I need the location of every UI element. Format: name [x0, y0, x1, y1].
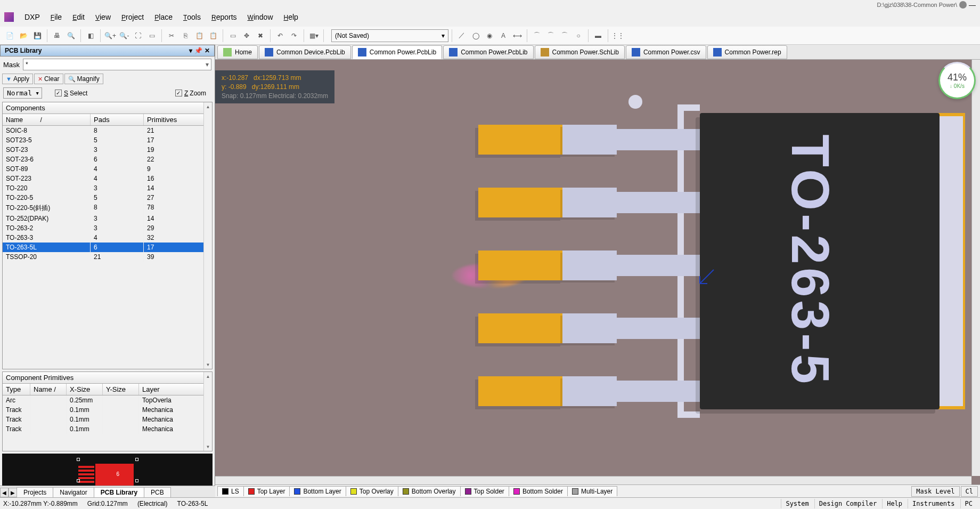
canvas-vscroll[interactable] — [971, 60, 980, 476]
left-tab-navigator[interactable]: Navigator — [53, 487, 94, 497]
arc2-icon[interactable]: ⌒ — [544, 29, 557, 42]
layer-tab[interactable]: Multi-Layer — [567, 486, 617, 496]
menu-edit[interactable]: Edit — [67, 11, 90, 23]
doc-tab[interactable]: Home — [217, 45, 258, 59]
component-row[interactable]: SOT-8949 — [3, 164, 212, 174]
status-button[interactable]: Instruments — [908, 499, 959, 508]
pad-icon[interactable]: ◯ — [469, 29, 482, 42]
layer-right-button[interactable]: Mask Level — [911, 486, 959, 497]
doc-tab[interactable]: Common Device.PcbLib — [259, 45, 351, 59]
circle-icon[interactable]: ○ — [572, 29, 585, 42]
component-row[interactable]: TO-252(DPAK)314 — [3, 214, 212, 223]
status-button[interactable]: Help — [882, 499, 907, 508]
status-button[interactable]: Design Compiler — [814, 499, 881, 508]
copy-icon[interactable]: ⎘ — [179, 29, 192, 42]
line-icon[interactable]: ／ — [455, 29, 468, 42]
layer-tab[interactable]: LS — [217, 486, 244, 496]
paste-special-icon[interactable]: 📋 — [207, 29, 219, 42]
primitives-scrollbar[interactable]: ▲▼ — [203, 372, 212, 451]
open-icon[interactable]: 📂 — [17, 29, 30, 42]
panel-close-icon[interactable]: ✕ — [205, 47, 210, 54]
clear-button[interactable]: ✕Clear — [34, 74, 63, 84]
zoom-out-icon[interactable]: 🔍- — [118, 29, 130, 42]
menu-dxp[interactable]: DXP — [19, 11, 45, 23]
component-row[interactable]: SOT-23319 — [3, 145, 212, 155]
arc1-icon[interactable]: ⌒ — [530, 29, 543, 42]
primitive-row[interactable]: Track0.1mmMechanica — [3, 415, 212, 424]
move-icon[interactable]: ✥ — [240, 29, 253, 42]
menu-project[interactable]: Project — [116, 11, 149, 23]
status-button[interactable]: PC — [960, 499, 977, 508]
tab-prev-icon[interactable]: ◀ — [0, 488, 9, 497]
grid-icon[interactable]: ▦▾ — [307, 29, 320, 42]
tab-next-icon[interactable]: ▶ — [9, 488, 17, 497]
component-row[interactable]: TSSOP-202139 — [3, 252, 212, 262]
save-state-combo[interactable]: (Not Saved)▾ — [331, 29, 448, 42]
fill-icon[interactable]: ▬ — [592, 29, 605, 42]
primitive-row[interactable]: Track0.1mmMechanica — [3, 405, 212, 415]
select-icon[interactable]: ▭ — [226, 29, 239, 42]
doc-tab[interactable]: Common Power.csv — [626, 45, 706, 59]
component-row[interactable]: SOT-23-6622 — [3, 155, 212, 164]
layer-right-button[interactable]: Cl — [961, 486, 978, 497]
redo-icon[interactable]: ↷ — [288, 29, 300, 42]
preview-icon[interactable]: 🔍 — [64, 29, 77, 42]
array-icon[interactable]: ⋮⋮ — [611, 29, 624, 42]
menu-reports[interactable]: Reports — [206, 11, 242, 23]
panel-pin-icon[interactable]: 📌 — [194, 47, 202, 54]
dimension-icon[interactable]: ⟷ — [511, 29, 524, 42]
menu-tools[interactable]: Tools — [178, 11, 206, 23]
layer-tab[interactable]: Top Overlay — [346, 486, 398, 496]
component-row[interactable]: TO-220-5527 — [3, 193, 212, 203]
print-icon[interactable]: 🖶 — [51, 29, 63, 42]
apply-button[interactable]: ▼Apply — [2, 74, 33, 84]
left-tab-pcb[interactable]: PCB — [144, 487, 171, 497]
doc-tab[interactable]: Common Power.rep — [707, 45, 787, 59]
primitives-header[interactable]: Type Name / X-Size Y-Size Layer — [3, 384, 212, 395]
layer-tab[interactable]: Bottom Overlay — [398, 486, 461, 496]
left-tab-projects[interactable]: Projects — [17, 487, 53, 497]
zoom-checkbox[interactable]: ✓ZZoom — [175, 90, 206, 97]
menu-window[interactable]: Window — [242, 11, 279, 23]
component-row[interactable]: SOIC-8821 — [3, 126, 212, 135]
component-row[interactable]: TO-263-5L617 — [3, 243, 212, 252]
doc-tab[interactable]: Common Power.SchLib — [535, 45, 625, 59]
left-tab-pcb-library[interactable]: PCB Library — [94, 487, 144, 497]
new-icon[interactable]: 📄 — [3, 29, 16, 42]
canvas-hscroll[interactable] — [215, 476, 971, 484]
component-row[interactable]: TO-263-2329 — [3, 223, 212, 233]
paste-icon[interactable]: 📋 — [193, 29, 206, 42]
save-icon[interactable]: 💾 — [31, 29, 44, 42]
component-row[interactable]: SOT23-5517 — [3, 135, 212, 145]
primitive-row[interactable]: Track0.1mmMechanica — [3, 424, 212, 434]
layer-tab[interactable]: Bottom Layer — [289, 486, 346, 496]
menu-place[interactable]: Place — [149, 11, 178, 23]
deselect-icon[interactable]: ✖ — [254, 29, 267, 42]
layers-icon[interactable]: ◧ — [84, 29, 97, 42]
layer-tab[interactable]: Bottom Solder — [509, 486, 568, 496]
menu-help[interactable]: Help — [279, 11, 304, 23]
component-row[interactable]: TO-263-3432 — [3, 233, 212, 243]
pcb-canvas[interactable]: x:-10.287 dx:1259.713 mm y: -0.889 dy:12… — [215, 60, 980, 484]
magnify-button[interactable]: 🔍Magnify — [64, 74, 103, 84]
doc-tab[interactable]: Common Power.PcbLib — [352, 45, 442, 59]
component-row[interactable]: TO-220-5(斜插)878 — [3, 203, 212, 214]
zoom-fit-icon[interactable]: ⛶ — [132, 29, 144, 42]
components-header[interactable]: Name / Pads Primitives — [3, 114, 212, 126]
cut-icon[interactable]: ✂ — [165, 29, 178, 42]
components-scrollbar[interactable]: ▲▼ — [203, 102, 212, 369]
arc3-icon[interactable]: ⌒ — [558, 29, 571, 42]
zoom-select-icon[interactable]: ▭ — [145, 29, 158, 42]
status-button[interactable]: System — [781, 499, 813, 508]
zoom-in-icon[interactable]: 🔍+ — [104, 29, 117, 42]
minimize-icon[interactable]: — — [969, 1, 976, 9]
undo-icon[interactable]: ↶ — [274, 29, 287, 42]
doc-tab[interactable]: Common Power.PcbLib — [443, 45, 533, 59]
mode-combo[interactable]: Normal — [3, 87, 42, 99]
menu-view[interactable]: View — [90, 11, 116, 23]
component-row[interactable]: TO-220314 — [3, 183, 212, 193]
layer-tab[interactable]: Top Solder — [460, 486, 509, 496]
string-icon[interactable]: A — [497, 29, 510, 42]
mask-input[interactable]: * — [23, 59, 211, 70]
primitive-row[interactable]: Arc0.25mmTopOverla — [3, 395, 212, 405]
